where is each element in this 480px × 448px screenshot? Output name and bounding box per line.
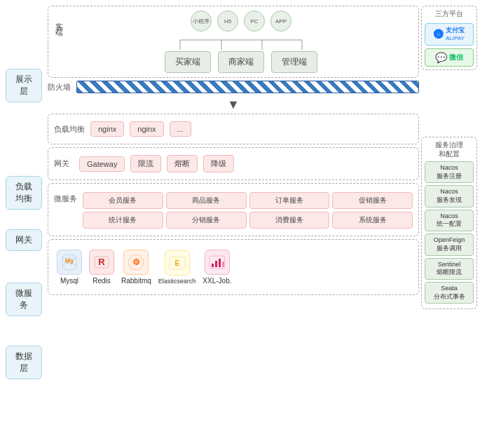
micro-inner: 微服务 会员服务 商品服务 订单服务 促销服务 统计服务 分销服务 消费服务 系… bbox=[54, 188, 413, 231]
gw-boxes: Gateway 限流 熔断 降级 bbox=[79, 155, 234, 172]
display-section: 客户端 小程序 H5 PC APP bbox=[48, 6, 419, 78]
gov-item-nacos-register: Nacos服务注册 bbox=[425, 161, 474, 183]
merchant-box: 商家端 bbox=[218, 51, 264, 73]
svg-text:R: R bbox=[98, 257, 105, 267]
member-service: 会员服务 bbox=[83, 192, 163, 209]
alipay-icon: 🅐 bbox=[434, 29, 444, 40]
admin-box: 管理端 bbox=[271, 51, 317, 73]
micro-grid-row2: 统计服务 分销服务 消费服务 系统服务 bbox=[83, 212, 413, 229]
buyer-box: 买家端 bbox=[165, 51, 211, 73]
client-nodes: 小程序 H5 PC APP bbox=[69, 11, 413, 32]
system-service: 系统服务 bbox=[332, 212, 413, 229]
rabbitmq-label: Rabbitmq bbox=[121, 277, 151, 285]
gov-item-seata: Seata分布式事务 bbox=[425, 282, 474, 304]
db-icons-row: My Mysql R Redis bbox=[54, 244, 413, 290]
elastic-icon: E bbox=[165, 250, 190, 276]
gateway-inner: 网关 Gateway 限流 熔断 降级 bbox=[54, 152, 413, 175]
node-miniapp: 小程序 bbox=[191, 11, 212, 32]
elastic-label: Elasticsearch bbox=[158, 278, 196, 285]
redis-item: R Redis bbox=[89, 250, 114, 285]
firewall-bar bbox=[76, 81, 419, 93]
gov-item-nacos-discover: Nacos服务发现 bbox=[425, 185, 474, 207]
xxljob-item: XXL-Job. bbox=[203, 250, 231, 285]
lb-boxes: nginx nginx ... bbox=[90, 121, 191, 137]
gateway-box: Gateway bbox=[79, 156, 125, 172]
gov-item-nacos-config: Nacos统一配置 bbox=[425, 210, 474, 231]
dist-service: 分销服务 bbox=[166, 212, 247, 229]
consume-service: 消费服务 bbox=[249, 212, 330, 229]
data-section: My Mysql R Redis bbox=[48, 239, 419, 295]
rabbitmq-item: ⚙ Rabbitmq bbox=[121, 250, 151, 285]
mysql-icon: My bbox=[57, 250, 82, 275]
client-label: 客户端 bbox=[54, 16, 65, 25]
layer-load-balance: 负载均衡 bbox=[6, 176, 42, 210]
svg-rect-18 bbox=[219, 259, 221, 267]
microservice-section: 微服务 会员服务 商品服务 订单服务 促销服务 统计服务 分销服务 消费服务 系… bbox=[48, 183, 419, 236]
alipay-badge: 🅐 支付宝ALIPAY bbox=[425, 23, 474, 46]
redis-icon: R bbox=[89, 250, 114, 275]
redis-label: Redis bbox=[92, 277, 111, 285]
arrow-down: ▼ bbox=[48, 97, 419, 112]
pc-circle: PC bbox=[244, 11, 265, 32]
ratelimit-box: 限流 bbox=[130, 155, 161, 172]
layer-data: 数据层 bbox=[6, 346, 42, 379]
h5-circle: H5 bbox=[217, 11, 238, 32]
third-platform-panel: 三方平台 🅐 支付宝ALIPAY 💬 微信 bbox=[421, 6, 477, 70]
load-balance-section: 负载均衡 nginx nginx ... bbox=[48, 114, 419, 144]
gateway-section: 网关 Gateway 限流 熔断 降级 bbox=[48, 147, 419, 180]
stat-service: 统计服务 bbox=[83, 212, 163, 229]
product-service: 商品服务 bbox=[166, 192, 247, 209]
page: 三方平台 🅐 支付宝ALIPAY 💬 微信 服务治理 和配置 Nacos服务注册… bbox=[0, 0, 480, 448]
nginx-box-1: nginx bbox=[90, 121, 124, 137]
mysql-item: My Mysql bbox=[57, 250, 82, 285]
app-circle: APP bbox=[270, 11, 292, 32]
third-platform-title: 三方平台 bbox=[425, 9, 474, 19]
svg-rect-16 bbox=[212, 264, 214, 267]
svg-text:⚙: ⚙ bbox=[132, 257, 140, 267]
xxljob-icon bbox=[205, 250, 230, 275]
layer-microservice: 微服务 bbox=[6, 283, 42, 316]
circuit-break-box: 熔断 bbox=[167, 155, 198, 172]
svg-text:E: E bbox=[174, 259, 179, 267]
svg-rect-17 bbox=[215, 261, 217, 267]
nginx-box-2: nginx bbox=[130, 121, 163, 137]
layer-gateway: 网关 bbox=[6, 229, 42, 251]
wechat-badge: 💬 微信 bbox=[425, 48, 474, 67]
alipay-label: 支付宝ALIPAY bbox=[446, 27, 465, 42]
node-pc: PC bbox=[244, 11, 265, 32]
degrade-box: 降级 bbox=[203, 155, 234, 172]
miniapp-circle: 小程序 bbox=[191, 11, 212, 32]
rabbitmq-icon: ⚙ bbox=[123, 250, 149, 275]
governance-panel: 服务治理 和配置 Nacos服务注册 Nacos服务发现 Nacos统一配置 O… bbox=[421, 137, 477, 309]
micro-label: 微服务 bbox=[54, 194, 77, 204]
firewall-label: 防火墙 bbox=[48, 82, 71, 93]
order-service: 订单服务 bbox=[249, 192, 330, 209]
wechat-label: 微信 bbox=[449, 53, 463, 62]
elastic-item: E Elasticsearch bbox=[158, 250, 196, 285]
layer-display: 展示层 bbox=[6, 69, 42, 102]
svg-rect-19 bbox=[222, 262, 224, 267]
client-boxes: 买家端 商家端 管理端 bbox=[69, 51, 413, 73]
load-balance-inner: 负载均衡 nginx nginx ... bbox=[54, 118, 413, 140]
xxljob-label: XXL-Job. bbox=[203, 277, 231, 285]
gw-label: 网关 bbox=[54, 158, 74, 169]
wechat-icon: 💬 bbox=[435, 52, 447, 63]
svg-text:My: My bbox=[65, 257, 74, 264]
firewall-row: 防火墙 bbox=[48, 81, 419, 93]
promo-service: 促销服务 bbox=[332, 192, 413, 209]
layer-labels-container: 展示层 负载均衡 网关 微服务 数据层 bbox=[6, 43, 42, 391]
nginx-box-ellipsis: ... bbox=[170, 121, 191, 137]
gov-item-openfeign: OpenFeign服务调用 bbox=[425, 233, 474, 255]
governance-title: 服务治理 和配置 bbox=[425, 140, 474, 158]
gov-item-sentinel: Sentinel熔断限流 bbox=[425, 258, 474, 280]
node-app: APP bbox=[270, 11, 292, 32]
micro-grid-row1: 会员服务 商品服务 订单服务 促销服务 bbox=[83, 192, 413, 209]
lb-label: 负载均衡 bbox=[54, 124, 85, 135]
main-area: 客户端 小程序 H5 PC APP bbox=[48, 6, 419, 444]
node-h5: H5 bbox=[217, 11, 238, 32]
mysql-label: Mysql bbox=[60, 277, 78, 285]
tree-lines-svg bbox=[160, 37, 322, 50]
